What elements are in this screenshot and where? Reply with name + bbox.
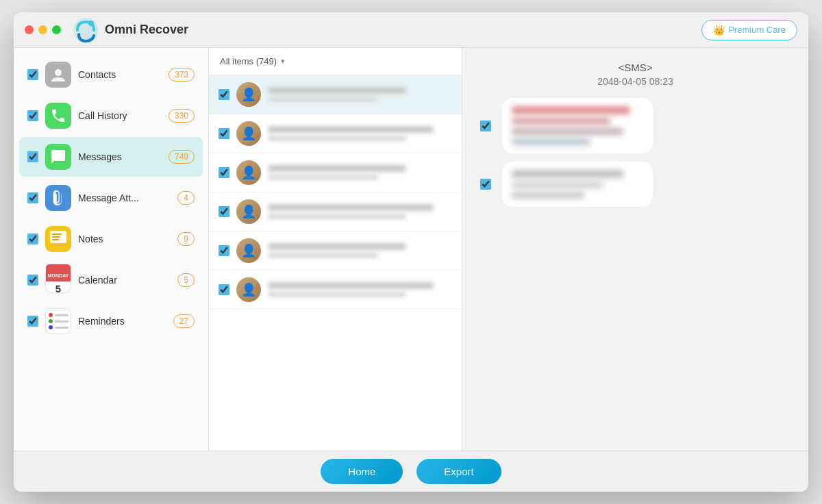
message-att-badge: 4 [177, 191, 195, 205]
contact-detail [268, 136, 406, 141]
list-item-text [268, 282, 452, 297]
list-panel: All items (749) ▾ 👤 [209, 48, 462, 451]
reminders-icon [45, 308, 71, 334]
sidebar-item-notes[interactable]: Notes 9 [19, 219, 203, 259]
avatar: 👤 [236, 160, 261, 185]
message-checkbox[interactable] [480, 121, 491, 131]
app-logo-icon [72, 16, 99, 44]
reminders-checkbox[interactable] [27, 316, 38, 327]
minimize-button[interactable] [38, 25, 47, 34]
calendar-checkbox[interactable] [27, 275, 38, 286]
call-history-checkbox[interactable] [27, 110, 38, 121]
list-item-checkbox[interactable] [219, 245, 229, 256]
message-date: 2048-04-05 08:23 [473, 76, 797, 87]
svg-point-1 [88, 21, 94, 26]
avatar: 👤 [236, 82, 261, 107]
list-item-text [268, 204, 452, 219]
reminders-badge: 27 [173, 314, 195, 328]
messages-label: Messages [78, 151, 162, 162]
filter-dropdown-icon[interactable]: ▾ [281, 57, 285, 66]
list-item-text [268, 87, 452, 102]
filter-label: All items (749) [220, 56, 277, 66]
contacts-label: Contacts [78, 69, 162, 80]
message-checkbox[interactable] [480, 179, 491, 190]
list-item[interactable]: 👤 [209, 114, 462, 153]
messages-checkbox[interactable] [27, 151, 38, 162]
sidebar-item-messages[interactable]: Messages 749 [19, 137, 203, 177]
avatar: 👤 [236, 277, 261, 302]
svg-rect-7 [52, 236, 60, 238]
sidebar-item-call-history[interactable]: Call History 330 [19, 96, 203, 136]
home-button[interactable]: Home [321, 459, 403, 484]
list-item-text [268, 243, 452, 258]
messages-icon [45, 144, 71, 170]
bubble-content [512, 106, 643, 145]
list-item[interactable]: 👤 [209, 153, 462, 192]
maximize-button[interactable] [52, 25, 61, 34]
sidebar-item-contacts[interactable]: Contacts 373 [19, 55, 203, 94]
list-item[interactable]: 👤 [209, 75, 462, 114]
message-row [480, 162, 790, 207]
contact-name [268, 87, 406, 94]
sidebar-item-message-att[interactable]: Message Att... 4 [19, 178, 203, 218]
detail-panel: <SMS> 2048-04-05 08:23 [462, 48, 808, 451]
contact-detail [268, 292, 406, 297]
detail-header: <SMS> 2048-04-05 08:23 [473, 62, 797, 87]
messages-bubbles [473, 98, 797, 207]
contact-name [268, 126, 434, 133]
message-bubble [502, 162, 653, 207]
list-item[interactable]: 👤 [209, 192, 462, 231]
sidebar: Contacts 373 Call History 330 [14, 48, 209, 451]
close-button[interactable] [25, 25, 34, 34]
list-item-checkbox[interactable] [219, 167, 229, 178]
list-item-checkbox[interactable] [219, 206, 229, 217]
avatar: 👤 [236, 199, 261, 224]
bubble-content [512, 170, 643, 199]
contacts-icon [45, 62, 71, 88]
sidebar-item-reminders[interactable]: Reminders 27 [19, 301, 203, 341]
notes-label: Notes [78, 234, 171, 244]
contact-name [268, 282, 434, 289]
message-att-label: Message Att... [78, 192, 171, 203]
export-button[interactable]: Export [416, 459, 501, 484]
contact-name [268, 165, 406, 172]
call-history-icon [45, 103, 71, 129]
message-att-checkbox[interactable] [27, 192, 38, 203]
notes-checkbox[interactable] [27, 234, 38, 244]
avatar: 👤 [236, 121, 261, 146]
list-item-checkbox[interactable] [219, 89, 229, 100]
list-item[interactable]: 👤 [209, 231, 462, 270]
list-header: All items (749) ▾ [209, 48, 462, 75]
notes-icon [45, 226, 71, 252]
contacts-checkbox[interactable] [27, 69, 38, 80]
calendar-icon: Monday 5 [45, 267, 71, 293]
list-items: 👤 👤 [209, 75, 462, 451]
logo-area: Omni Recover [72, 16, 188, 44]
premium-care-button[interactable]: 👑 Premium Care [701, 20, 797, 40]
traffic-lights [25, 25, 61, 34]
calendar-badge: 5 [177, 273, 195, 287]
messages-badge: 749 [169, 150, 195, 164]
contacts-badge: 373 [169, 68, 195, 81]
message-type: <SMS> [473, 62, 797, 73]
main-content: Contacts 373 Call History 330 [14, 48, 808, 451]
premium-label: Premium Care [728, 25, 786, 35]
list-item[interactable]: 👤 [209, 270, 462, 310]
sidebar-item-calendar[interactable]: Monday 5 Calendar 5 [19, 260, 203, 300]
contact-detail [268, 175, 378, 180]
title-bar: Omni Recover 👑 Premium Care [14, 12, 808, 48]
call-history-badge: 330 [169, 109, 195, 123]
list-item-checkbox[interactable] [219, 128, 229, 139]
svg-rect-8 [52, 239, 59, 240]
avatar: 👤 [236, 238, 261, 263]
crown-icon: 👑 [713, 25, 725, 36]
calendar-label: Calendar [78, 275, 171, 286]
list-item-text [268, 165, 452, 180]
contact-name [268, 204, 434, 211]
bottom-bar: Home Export [14, 451, 808, 492]
app-title: Omni Recover [105, 23, 188, 37]
app-window: Omni Recover 👑 Premium Care Contacts [14, 12, 808, 492]
message-row [480, 98, 790, 153]
contact-detail [268, 214, 406, 219]
list-item-checkbox[interactable] [219, 284, 229, 295]
